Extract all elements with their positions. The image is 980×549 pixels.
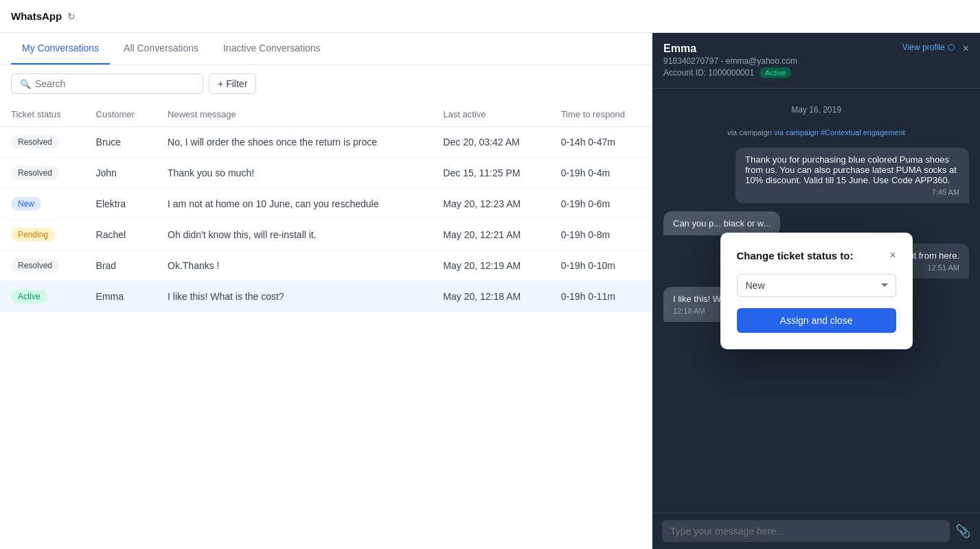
app-header: WhatsApp ↻ <box>0 0 980 33</box>
status-badge: New <box>11 197 41 211</box>
modal-overlay: Change ticket status to: × NewActiveReso… <box>652 33 980 549</box>
cell-last-active: May 20, 12:21 AM <box>432 220 549 250</box>
col-customer: Customer <box>85 102 157 127</box>
cell-message: I am not at home on 10 June, can you res… <box>157 189 432 220</box>
left-panel: My Conversations All Conversations Inact… <box>0 33 652 549</box>
cell-message: Oh didn't know this, will re-install it. <box>157 220 432 250</box>
cell-customer: Brad <box>85 250 157 281</box>
modal-close-button[interactable]: × <box>889 249 896 261</box>
table-row[interactable]: Resolved Brad Ok.Thanks ! May 20, 12:19 … <box>0 250 652 281</box>
filter-button[interactable]: + Filter <box>209 73 256 94</box>
cell-status: Pending <box>0 220 85 250</box>
cell-message: No, I will order the shoes once the retu… <box>157 127 432 158</box>
conversations-table: Ticket status Customer Newest message La… <box>0 102 652 312</box>
main-layout: My Conversations All Conversations Inact… <box>0 33 980 549</box>
cell-customer: Emma <box>85 281 157 312</box>
status-badge: Pending <box>11 228 55 242</box>
table-row[interactable]: Resolved John Thank you so much! Dec 15,… <box>0 158 652 189</box>
tabs-bar: My Conversations All Conversations Inact… <box>0 33 652 65</box>
search-input[interactable] <box>35 78 194 89</box>
assign-and-close-button[interactable]: Assign and close <box>737 308 896 333</box>
cell-last-active: May 20, 12:18 AM <box>432 281 549 312</box>
cell-time-to-respond: 0-14h 0-47m <box>550 127 652 158</box>
conversations-table-wrap: Ticket status Customer Newest message La… <box>0 102 652 549</box>
cell-time-to-respond: 0-19h 0-4m <box>550 158 652 189</box>
filter-plus-icon: + <box>218 78 223 89</box>
status-select[interactable]: NewActiveResolvedPending <box>737 274 896 297</box>
change-status-modal: Change ticket status to: × NewActiveReso… <box>720 233 913 349</box>
cell-customer: Elektra <box>85 189 157 220</box>
cell-last-active: Dec 15, 11:25 PM <box>432 158 549 189</box>
col-newest-message: Newest message <box>157 102 432 127</box>
table-row[interactable]: Resolved Bruce No, I will order the shoe… <box>0 127 652 158</box>
cell-customer: Rachel <box>85 220 157 250</box>
col-ticket-status: Ticket status <box>0 102 85 127</box>
search-filter-row: 🔍 + Filter <box>0 65 652 102</box>
cell-message: Thank you so much! <box>157 158 432 189</box>
refresh-icon[interactable]: ↻ <box>67 11 76 22</box>
cell-customer: Bruce <box>85 127 157 158</box>
cell-status: Resolved <box>0 127 85 158</box>
table-row[interactable]: New Elektra I am not at home on 10 June,… <box>0 189 652 220</box>
cell-status: Active <box>0 281 85 312</box>
col-time-to-respond: Time to respond <box>550 102 652 127</box>
cell-time-to-respond: 0-19h 0-6m <box>550 189 652 220</box>
status-badge: Active <box>11 290 47 303</box>
status-badge: Resolved <box>11 259 59 272</box>
cell-customer: John <box>85 158 157 189</box>
cell-last-active: Dec 20, 03:42 AM <box>432 127 549 158</box>
tab-my-conversations[interactable]: My Conversations <box>11 33 110 65</box>
modal-title: Change ticket status to: <box>737 250 854 261</box>
table-header: Ticket status Customer Newest message La… <box>0 102 652 127</box>
search-icon: 🔍 <box>20 79 31 89</box>
cell-status: Resolved <box>0 158 85 189</box>
filter-label: Filter <box>226 78 247 89</box>
table-row[interactable]: Active Emma I like this! What is the cos… <box>0 281 652 312</box>
tab-inactive-conversations[interactable]: Inactive Conversations <box>212 33 332 65</box>
search-input-wrap: 🔍 <box>11 73 203 94</box>
tab-all-conversations[interactable]: All Conversations <box>113 33 209 65</box>
right-panel: Emma 918340270797 - emma@yahoo.com Accou… <box>652 33 980 549</box>
cell-message: Ok.Thanks ! <box>157 250 432 281</box>
cell-last-active: May 20, 12:19 AM <box>432 250 549 281</box>
cell-time-to-respond: 0-19h 0-8m <box>550 220 652 250</box>
status-badge: Resolved <box>11 166 59 180</box>
table-row[interactable]: Pending Rachel Oh didn't know this, will… <box>0 220 652 250</box>
cell-message: I like this! What is the cost? <box>157 281 432 312</box>
cell-last-active: May 20, 12:23 AM <box>432 189 549 220</box>
cell-status: Resolved <box>0 250 85 281</box>
col-last-active: Last active <box>432 102 549 127</box>
app-title: WhatsApp <box>11 10 62 22</box>
cell-status: New <box>0 189 85 220</box>
cell-time-to-respond: 0-19h 0-11m <box>550 281 652 312</box>
modal-header: Change ticket status to: × <box>737 249 896 261</box>
table-body: Resolved Bruce No, I will order the shoe… <box>0 127 652 312</box>
cell-time-to-respond: 0-19h 0-10m <box>550 250 652 281</box>
status-badge: Resolved <box>11 135 59 149</box>
